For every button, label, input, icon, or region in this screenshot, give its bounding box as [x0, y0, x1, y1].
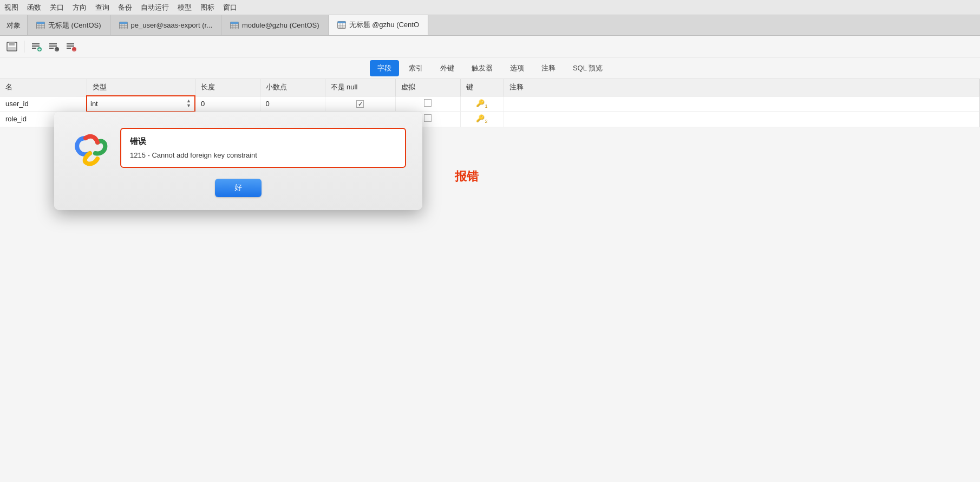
menu-函数[interactable]: 函数: [27, 3, 41, 12]
dialog-body: 错误 1215 - Cannot add foreign key constra…: [70, 128, 406, 168]
svg-text:←: ←: [54, 47, 59, 52]
svg-rect-27: [32, 43, 40, 44]
tab-indexes[interactable]: 索引: [401, 60, 430, 76]
table-icon-1: [119, 22, 128, 29]
svg-rect-25: [9, 42, 15, 45]
menu-自动运行[interactable]: 自动运行: [141, 3, 169, 12]
tab-foreign-keys[interactable]: 外键: [433, 60, 462, 76]
svg-rect-26: [8, 47, 16, 50]
dialog-ok-button[interactable]: 好: [215, 179, 262, 197]
menu-模型[interactable]: 模型: [178, 3, 192, 12]
menu-关口[interactable]: 关口: [50, 3, 64, 12]
tab-comments[interactable]: 注释: [534, 60, 563, 76]
add-row-button[interactable]: +: [29, 39, 44, 54]
svg-rect-32: [49, 43, 57, 44]
object-label: 对象: [0, 15, 28, 35]
table-icon-3: [337, 21, 346, 29]
tab-triggers[interactable]: 触发器: [464, 60, 500, 76]
svg-rect-7: [119, 22, 127, 24]
tab-label-1: pe_user@saas-export (r...: [131, 21, 212, 29]
tab-untitled-gzhu[interactable]: 无标题 @gzhu (CentO: [329, 15, 429, 35]
toolbar-divider: [24, 41, 24, 53]
tab-label-3: 无标题 @gzhu (CentO: [349, 20, 420, 30]
dialog-overlay: 错误 1215 - Cannot add foreign key constra…: [0, 79, 980, 482]
tab-label-2: module@gzhu (CentOS): [242, 21, 319, 29]
tab-fields[interactable]: 字段: [370, 60, 399, 76]
menu-窗口[interactable]: 窗口: [223, 3, 237, 12]
edit-tab-strip: 字段 索引 外键 触发器 选项 注释 SQL 预览: [0, 57, 980, 79]
svg-rect-34: [49, 48, 54, 49]
error-box: 错误 1215 - Cannot add foreign key constra…: [120, 128, 406, 168]
menu-图标[interactable]: 图标: [200, 3, 214, 12]
save-button[interactable]: [4, 39, 19, 54]
svg-rect-1: [37, 22, 45, 24]
svg-rect-39: [67, 48, 71, 49]
svg-rect-29: [32, 48, 36, 49]
import-button[interactable]: ←: [46, 39, 61, 54]
tab-label-0: 无标题 (CentOS): [48, 21, 101, 30]
tab-pe-user[interactable]: pe_user@saas-export (r...: [110, 15, 221, 35]
svg-text:+: +: [38, 47, 41, 52]
tab-untitled-centos[interactable]: 无标题 (CentOS): [28, 15, 110, 35]
error-message: 1215 - Cannot add foreign key constraint: [130, 151, 396, 159]
svg-rect-37: [67, 43, 74, 44]
delete-row-button[interactable]: –: [63, 39, 79, 54]
svg-text:–: –: [73, 47, 76, 52]
svg-rect-13: [231, 22, 239, 24]
tabs-bar: 对象 无标题 (CentOS) pe_user@saas-export (r..…: [0, 15, 980, 36]
svg-rect-19: [337, 21, 345, 23]
error-title: 错误: [130, 136, 396, 147]
menu-方向[interactable]: 方向: [73, 3, 87, 12]
tab-options[interactable]: 选项: [502, 60, 532, 76]
main-area: 名 类型 长度 小数点 不是 null 虚拟 键 注释 user_id int: [0, 79, 980, 482]
app-logo-icon: [70, 128, 109, 167]
tab-module-gzhu[interactable]: module@gzhu (CentOS): [221, 15, 329, 35]
menu-备份[interactable]: 备份: [118, 3, 132, 12]
table-icon: [36, 22, 45, 29]
table-icon-2: [230, 22, 239, 29]
menu-查询[interactable]: 查询: [95, 3, 109, 12]
menu-视图[interactable]: 视图: [4, 3, 18, 12]
menu-bar: 视图 函数 关口 方向 查询 备份 自动运行 模型 图标 窗口: [0, 0, 980, 15]
toolbar: + ← –: [0, 36, 980, 57]
tab-sql-preview[interactable]: SQL 预览: [565, 60, 610, 76]
error-dialog: 错误 1215 - Cannot add foreign key constra…: [54, 112, 422, 210]
